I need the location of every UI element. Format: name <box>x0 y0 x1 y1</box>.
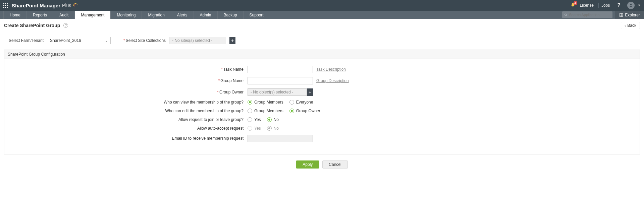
back-arrow-icon: ‹ <box>625 23 626 28</box>
edit-group-owner-radio[interactable]: Group Owner <box>289 109 320 113</box>
user-menu-caret-icon: ▼ <box>638 4 641 7</box>
tab-alerts[interactable]: Alerts <box>171 11 194 19</box>
config-panel: SharePoint Group Configuration *Task Nam… <box>4 50 640 154</box>
config-body: *Task Name Task Description *Group Name … <box>4 59 640 154</box>
view-everyone-radio[interactable]: Everyone <box>289 100 313 105</box>
search-input[interactable] <box>569 13 610 17</box>
nav-row: Home Reports Audit Management Monitoring… <box>0 11 644 19</box>
sites-label: *Select Site Collections <box>123 38 166 43</box>
svg-line-2 <box>566 15 567 16</box>
farm-dropdown[interactable]: SharePoint_2016 ⌄ <box>47 37 111 44</box>
top-bar: SharePoint Manager Plus 4 License Jobs ?… <box>0 0 644 11</box>
tab-migration[interactable]: Migration <box>142 11 171 19</box>
back-label: Back <box>627 23 636 28</box>
brand-logo-icon <box>73 3 78 8</box>
allow-request-yes-radio[interactable]: Yes <box>248 117 261 122</box>
tab-home[interactable]: Home <box>3 11 27 19</box>
tab-reports[interactable]: Reports <box>27 11 53 19</box>
page-title-row: Create SharePoint Group ? ‹ Back <box>0 19 644 32</box>
search-box[interactable] <box>562 11 612 18</box>
group-owner-placeholder: - No object(s) selected - <box>251 90 293 94</box>
farm-label: Select Farm/Tenant <box>9 38 44 43</box>
action-buttons: Apply Cancel <box>0 158 644 173</box>
tab-support[interactable]: Support <box>244 11 270 19</box>
svg-rect-4 <box>622 13 623 15</box>
group-owner-label: Group Owner <box>219 90 244 94</box>
svg-point-0 <box>630 4 632 5</box>
email-label: Email ID to receive membership request <box>8 136 248 141</box>
chevron-down-icon: ⌄ <box>105 39 108 43</box>
notification-badge: 4 <box>574 1 577 5</box>
tab-admin[interactable]: Admin <box>194 11 218 19</box>
group-description-link[interactable]: Group Description <box>316 78 349 83</box>
view-membership-label: Who can view the membership of the group… <box>8 100 248 105</box>
page-title: Create SharePoint Group <box>4 23 60 28</box>
tab-management[interactable]: Management <box>75 11 111 19</box>
group-owner-dropdown[interactable]: - No object(s) selected - <box>248 88 307 96</box>
edit-group-members-radio[interactable]: Group Members <box>248 109 283 113</box>
jobs-link[interactable]: Jobs <box>598 3 612 8</box>
add-owner-button[interactable]: + <box>307 88 313 96</box>
brand-suffix: Plus <box>62 3 71 8</box>
top-actions: 4 License Jobs ? ▼ <box>571 2 641 9</box>
auto-accept-yes-radio: Yes <box>248 126 261 131</box>
svg-rect-5 <box>620 15 621 16</box>
auto-accept-label: Allow auto-accept request <box>8 126 248 131</box>
user-menu[interactable] <box>627 2 635 9</box>
task-description-link[interactable]: Task Description <box>316 67 346 72</box>
apply-button[interactable]: Apply <box>296 160 319 169</box>
notifications-icon[interactable]: 4 <box>571 3 575 8</box>
brand: SharePoint Manager Plus <box>12 3 78 8</box>
config-header: SharePoint Group Configuration <box>4 50 640 59</box>
back-button[interactable]: ‹ Back <box>621 22 640 29</box>
main-tabs: Home Reports Audit Management Monitoring… <box>3 11 270 19</box>
filter-row: Select Farm/Tenant SharePoint_2016 ⌄ *Se… <box>0 32 644 50</box>
explorer-button[interactable]: Explorer <box>615 11 644 19</box>
task-name-label: Task Name <box>223 67 244 72</box>
license-link[interactable]: License <box>577 3 596 8</box>
tab-backup[interactable]: Backup <box>218 11 244 19</box>
edit-membership-label: Who can edit the membership of the group… <box>8 109 248 113</box>
search-icon <box>564 13 568 17</box>
task-name-input[interactable] <box>248 66 313 73</box>
sites-placeholder: - No sites(s) selected - <box>172 38 212 43</box>
brand-name: SharePoint Manager <box>12 3 60 8</box>
group-name-label: Group Name <box>220 78 244 83</box>
allow-request-label: Allow request to join or leave group? <box>8 117 248 122</box>
cancel-button[interactable]: Cancel <box>322 160 347 169</box>
farm-value: SharePoint_2016 <box>50 38 81 43</box>
page-help-icon[interactable]: ? <box>63 23 68 28</box>
svg-rect-3 <box>620 13 621 15</box>
tab-audit[interactable]: Audit <box>53 11 75 19</box>
email-input <box>248 135 313 142</box>
help-icon[interactable]: ? <box>614 2 623 8</box>
view-group-members-radio[interactable]: Group Members <box>248 100 283 105</box>
svg-rect-6 <box>622 15 623 16</box>
add-sites-button[interactable]: + <box>229 37 235 44</box>
sites-dropdown[interactable]: - No sites(s) selected - <box>169 37 226 44</box>
auto-accept-no-radio: No <box>267 126 279 131</box>
allow-request-no-radio[interactable]: No <box>267 117 279 122</box>
explorer-icon <box>619 13 623 17</box>
tab-monitoring[interactable]: Monitoring <box>111 11 142 19</box>
group-name-input[interactable] <box>248 77 313 84</box>
apps-grid-icon[interactable] <box>3 3 8 8</box>
svg-point-1 <box>565 14 567 15</box>
explorer-label: Explorer <box>625 13 640 17</box>
